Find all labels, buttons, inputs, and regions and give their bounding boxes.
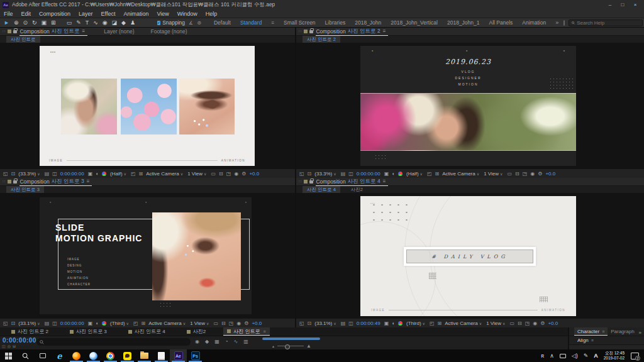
- viewer-timecode[interactable]: 0:00:00:49: [357, 321, 380, 326]
- comp-canvas-4[interactable]: *** # DAILY VLOG IMAGE ANIMATION: [360, 196, 576, 316]
- monitor-icon[interactable]: ⊡: [11, 171, 16, 177]
- comp-mini-tab[interactable]: 사진 인트로 2: [303, 36, 340, 43]
- snap-along-edges-icon[interactable]: ∡: [189, 20, 193, 26]
- viewer-timecode[interactable]: 0:00:00:00: [60, 171, 84, 177]
- workspace-overflow-icon[interactable]: »: [555, 19, 558, 26]
- zoom-slider-track[interactable]: [277, 346, 304, 346]
- chrome-button[interactable]: [102, 349, 119, 362]
- grid-options-icon[interactable]: ▤: [341, 321, 346, 326]
- menu-file[interactable]: File: [4, 11, 13, 17]
- chevron-down-icon[interactable]: ∨: [420, 172, 423, 176]
- channel-icon[interactable]: [398, 321, 402, 326]
- clone-stamp-tool-icon[interactable]: ◉: [103, 18, 108, 28]
- timeline-button-icon[interactable]: ◳: [229, 321, 234, 326]
- tab-character[interactable]: Character≡: [574, 327, 608, 336]
- menu-edit[interactable]: Edit: [21, 11, 31, 17]
- comp-mini-tab[interactable]: 사진 인트로 4: [303, 186, 340, 193]
- display-icon[interactable]: [560, 354, 566, 358]
- timeline-tab[interactable]: 사진 인트로 3: [66, 327, 111, 336]
- transparency-grid-icon[interactable]: ⊞: [139, 171, 143, 177]
- firefox-button[interactable]: [68, 349, 85, 362]
- chevron-down-icon[interactable]: ∨: [126, 321, 129, 326]
- exposure-gear-icon[interactable]: ⚙: [244, 321, 248, 326]
- panel-grip-icon[interactable]: ∷: [299, 29, 301, 34]
- whale-browser-button[interactable]: [85, 349, 102, 362]
- timeline-tab-active[interactable]: 사진 인트로≡: [223, 327, 269, 336]
- snapshot-icon[interactable]: ▣: [384, 171, 389, 177]
- fast-preview-icon[interactable]: ⊟: [518, 321, 522, 326]
- view-layout-popup[interactable]: 1 View: [190, 321, 205, 326]
- resolution-value[interactable]: (Third): [406, 321, 421, 326]
- region-of-interest-icon[interactable]: ◰: [133, 321, 138, 326]
- monitor-icon[interactable]: ⊡: [308, 321, 312, 326]
- chevron-down-icon[interactable]: ∨: [180, 172, 183, 176]
- menu-effect[interactable]: Effect: [101, 11, 116, 17]
- comp-canvas-3[interactable]: * * * SLIDE MOTION GRAPHIC IMAGE DESING …: [40, 197, 252, 314]
- speaker-icon[interactable]: ◁): [572, 353, 578, 359]
- resolution-value[interactable]: (Third): [110, 321, 125, 326]
- task-view-button[interactable]: [34, 349, 51, 362]
- workspace-all-panels[interactable]: All Panels: [489, 19, 513, 26]
- transparency-grid-icon[interactable]: ⊞: [438, 321, 442, 326]
- photoshop-button[interactable]: Ps: [187, 349, 204, 362]
- chevron-down-icon[interactable]: ∨: [479, 321, 482, 326]
- chevron-down-icon[interactable]: ∨: [333, 321, 336, 326]
- tab-composition-3[interactable]: Composition 사진 인트로 3 ≡: [19, 178, 92, 186]
- tab-footage[interactable]: Footage (none): [150, 28, 187, 35]
- flyout-icon[interactable]: ◱: [3, 321, 8, 326]
- workspace-default[interactable]: Default: [214, 19, 231, 26]
- timeline-mini-icons[interactable]: ◫◎⊟: [2, 344, 18, 348]
- comp-mini-tab[interactable]: 사진 인트로: [6, 36, 40, 43]
- timeline-timecode[interactable]: 0:00:00:00: [3, 337, 36, 344]
- comp-viewer-1[interactable]: *** IMAGE ANIMATION: [0, 43, 295, 168]
- snapshot-icon[interactable]: ▣: [88, 171, 93, 177]
- pixel-aspect-icon[interactable]: ▭: [213, 321, 218, 326]
- flyout-icon[interactable]: ◱: [3, 171, 8, 177]
- pen-tool-icon[interactable]: ✎: [76, 18, 81, 28]
- tab-composition-4[interactable]: Composition 사진 인트로 4 ≡: [316, 178, 388, 186]
- brush-tool-icon[interactable]: ∿: [93, 18, 98, 28]
- mask-visibility-icon[interactable]: ◫: [52, 321, 57, 326]
- workspace-menu-icon[interactable]: ≡: [271, 20, 274, 26]
- monitor-icon[interactable]: ⊡: [11, 321, 16, 326]
- tab-layer[interactable]: Layer (none): [104, 28, 134, 35]
- flyout-icon[interactable]: ◱: [299, 321, 304, 326]
- timeline-button-icon[interactable]: ◳: [523, 171, 528, 177]
- panel-grip-icon[interactable]: ∷: [3, 29, 5, 34]
- exposure-value[interactable]: +0.0: [249, 171, 259, 177]
- chevron-down-icon[interactable]: ∨: [502, 321, 505, 326]
- people-icon[interactable]: ʀ: [541, 353, 544, 359]
- show-snapshot-icon[interactable]: ◐: [96, 171, 99, 177]
- panel-grip-icon[interactable]: ∷: [3, 179, 5, 184]
- comp-mini-tab-2[interactable]: 사진2: [347, 186, 367, 193]
- flowchart-icon[interactable]: ◉: [533, 321, 537, 326]
- snapping-label[interactable]: Snapping: [162, 19, 185, 26]
- channel-icon[interactable]: [102, 321, 106, 326]
- snapshot-icon[interactable]: ▣: [88, 321, 93, 326]
- view-layout-popup[interactable]: 1 View: [187, 171, 203, 177]
- exposure-value[interactable]: +0.0: [545, 171, 555, 177]
- pen-icon[interactable]: ✎: [584, 353, 589, 359]
- magnification-value[interactable]: (33.3%): [18, 171, 36, 177]
- comp-viewer-3[interactable]: * * * SLIDE MOTION GRAPHIC IMAGE DESING …: [0, 193, 295, 318]
- camera-popup[interactable]: Active Camera: [442, 171, 475, 177]
- chevron-down-icon[interactable]: ∨: [37, 321, 40, 326]
- flyout-icon[interactable]: ◱: [299, 171, 304, 177]
- puppet-pin-tool-icon[interactable]: ♟: [130, 18, 135, 28]
- hand-tool-icon[interactable]: ⊕: [14, 18, 19, 28]
- start-button[interactable]: [0, 349, 17, 362]
- search-help-input[interactable]: [577, 20, 640, 26]
- menu-animation[interactable]: Animation: [123, 11, 148, 17]
- magnification-value[interactable]: (33.1%): [18, 321, 36, 326]
- workspace-animation[interactable]: Animation: [522, 19, 546, 26]
- rotate-tool-icon[interactable]: ↻: [32, 18, 37, 28]
- panel-menu-icon[interactable]: ≡: [383, 178, 386, 184]
- panel-menu-icon[interactable]: ≡: [263, 329, 265, 334]
- exposure-value[interactable]: +0.0: [548, 321, 558, 326]
- close-button[interactable]: ×: [629, 0, 641, 10]
- panel-grip-icon[interactable]: ∷: [299, 179, 301, 184]
- snap-extend-icon[interactable]: ⊚: [197, 20, 201, 26]
- camera-tool-icon[interactable]: ▣: [42, 18, 47, 28]
- timeline-switch-icons[interactable]: ◉◆▦◔∿▥: [195, 339, 254, 344]
- viewer-timecode[interactable]: 0:00:00:00: [60, 321, 84, 326]
